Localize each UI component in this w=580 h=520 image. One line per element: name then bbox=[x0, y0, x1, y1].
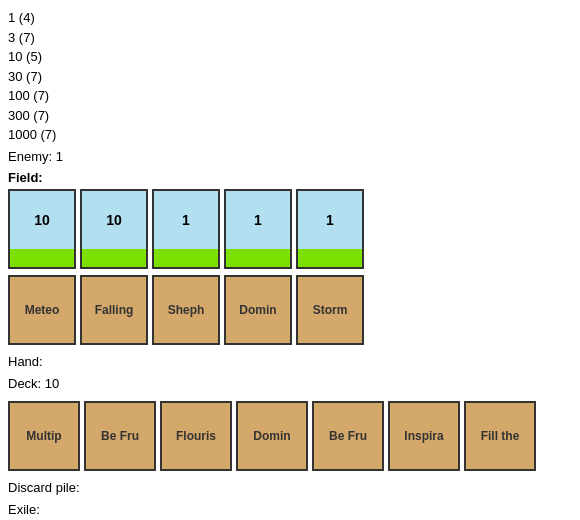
deck-card: Multip bbox=[8, 401, 80, 471]
hand-card: Meteo bbox=[8, 275, 76, 345]
stat-line: 3 (7) bbox=[8, 28, 572, 48]
deck-card: Domin bbox=[236, 401, 308, 471]
stat-line: 1000 (7) bbox=[8, 125, 572, 145]
discard-line: Discard pile: bbox=[8, 477, 572, 499]
enemy-cards-row: 10 10 1 1 1 bbox=[8, 189, 572, 269]
hand-card: Domin bbox=[224, 275, 292, 345]
exile-label: Exile: bbox=[8, 502, 40, 517]
card-bottom bbox=[82, 249, 146, 267]
enemy-row: Enemy: 1 bbox=[8, 149, 572, 164]
deck-card: Be Fru bbox=[312, 401, 384, 471]
stat-line: 300 (7) bbox=[8, 106, 572, 126]
stat-line: 100 (7) bbox=[8, 86, 572, 106]
deck-info: Deck: 10 bbox=[8, 373, 572, 395]
enemy-label: Enemy: bbox=[8, 149, 56, 164]
field-label: Field: bbox=[8, 170, 43, 185]
deck-card: Inspira bbox=[388, 401, 460, 471]
deck-count: 10 bbox=[45, 376, 59, 391]
stat-line: 10 (5) bbox=[8, 47, 572, 67]
enemy-card: 1 bbox=[152, 189, 220, 269]
stats-section: 1 (4)3 (7)10 (5)30 (7)100 (7)300 (7)1000… bbox=[8, 8, 572, 145]
hand-section: MeteoFallingShephDominStorm Hand: Deck: … bbox=[8, 275, 572, 395]
hand-card: Falling bbox=[80, 275, 148, 345]
deck-cards-row: MultipBe FruFlourisDominBe FruInspiraFil… bbox=[8, 401, 572, 471]
card-bottom bbox=[298, 249, 362, 267]
card-value: 10 bbox=[10, 191, 74, 249]
deck-label: Deck: bbox=[8, 376, 41, 391]
enemy-card: 1 bbox=[224, 189, 292, 269]
stat-line: 1 (4) bbox=[8, 8, 572, 28]
enemy-card: 1 bbox=[296, 189, 364, 269]
hand-label: Hand: bbox=[8, 354, 43, 369]
hand-info: Hand: bbox=[8, 351, 572, 373]
enemy-value: 1 bbox=[56, 149, 63, 164]
card-value: 10 bbox=[82, 191, 146, 249]
enemy-card: 10 bbox=[8, 189, 76, 269]
card-bottom bbox=[154, 249, 218, 267]
deck-cards-section: MultipBe FruFlourisDominBe FruInspiraFil… bbox=[8, 401, 572, 471]
hand-cards-row: MeteoFallingShephDominStorm bbox=[8, 275, 572, 345]
hand-card: Storm bbox=[296, 275, 364, 345]
card-value: 1 bbox=[226, 191, 290, 249]
deck-card: Be Fru bbox=[84, 401, 156, 471]
card-value: 1 bbox=[298, 191, 362, 249]
deck-card: Fill the bbox=[464, 401, 536, 471]
card-bottom bbox=[10, 249, 74, 267]
deck-card: Flouris bbox=[160, 401, 232, 471]
stat-line: 30 (7) bbox=[8, 67, 572, 87]
enemy-card: 10 bbox=[80, 189, 148, 269]
card-value: 1 bbox=[154, 191, 218, 249]
exile-line: Exile: bbox=[8, 499, 572, 520]
hand-card: Sheph bbox=[152, 275, 220, 345]
discard-label: Discard pile: bbox=[8, 480, 80, 495]
card-bottom bbox=[226, 249, 290, 267]
